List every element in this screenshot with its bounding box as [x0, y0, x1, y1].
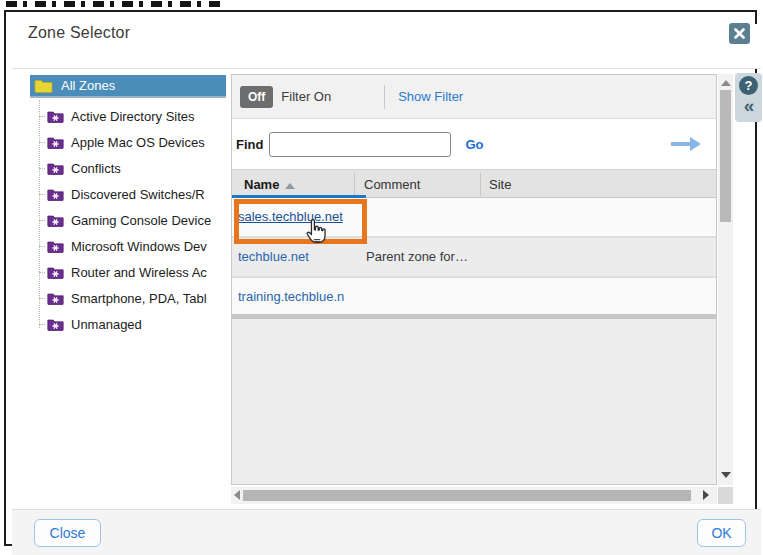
horizontal-scrollbar[interactable] — [231, 487, 717, 504]
tree-item[interactable]: Unmanaged — [30, 313, 226, 335]
table-header: Name Comment Site — [232, 169, 716, 198]
tree-item-label: Active Directory Sites — [71, 109, 195, 124]
purple-folder-asterisk-icon — [47, 214, 64, 227]
scroll-up-arrow[interactable] — [721, 80, 731, 86]
tree-connector-stub — [39, 194, 45, 195]
purple-folder-asterisk-icon — [47, 162, 64, 175]
tree-connector-stub — [39, 220, 45, 221]
filter-bar: Off Filter On Show Filter — [232, 75, 716, 119]
tree-item-label: Discovered Switches/R — [71, 187, 205, 202]
find-label: Find — [236, 137, 263, 152]
collapse-panel-icon[interactable]: « — [740, 95, 758, 117]
tree-item[interactable]: Apple Mac OS Devices — [30, 131, 226, 153]
tree-item[interactable]: Discovered Switches/R — [30, 183, 226, 205]
tree-item-label: Unmanaged — [71, 317, 142, 332]
tree-item-label: Smartphone, PDA, Tabl — [71, 291, 207, 306]
tree-connector-stub — [39, 324, 45, 325]
tree-item[interactable]: Microsoft Windows Dev — [30, 235, 226, 257]
horizontal-scrollbar-thumb[interactable] — [243, 490, 691, 501]
tree-connector-stub — [39, 168, 45, 169]
close-icon — [734, 28, 745, 39]
go-link[interactable]: Go — [465, 137, 483, 152]
tree-connector-stub — [39, 272, 45, 273]
table-row-training[interactable]: training.techblue.n — [232, 278, 716, 314]
column-header-comment[interactable]: Comment — [364, 177, 420, 192]
vertical-scrollbar[interactable] — [718, 74, 733, 485]
column-divider — [354, 173, 355, 196]
rows-end-band — [232, 314, 716, 319]
help-icon[interactable]: ? — [739, 76, 758, 95]
purple-folder-asterisk-icon — [47, 136, 64, 149]
tree-item-label: Router and Wireless Ac — [71, 265, 207, 280]
side-toolbar: ? « — [735, 73, 762, 122]
zone-link-training[interactable]: training.techblue.n — [238, 289, 344, 304]
filter-on-label: Filter On — [281, 89, 331, 104]
zone-link-sales[interactable]: sales.techblue.net — [238, 209, 343, 224]
filter-off-toggle[interactable]: Off — [240, 86, 273, 108]
dialog-title: Zone Selector — [28, 24, 130, 42]
find-input[interactable] — [269, 132, 451, 157]
table-row-sales[interactable]: sales.techblue.net — [232, 198, 716, 236]
tree-item[interactable]: Conflicts — [30, 157, 226, 179]
yellow-folder-icon — [34, 78, 53, 93]
close-button[interactable]: Close — [34, 519, 101, 547]
tree-item[interactable]: Active Directory Sites — [30, 105, 226, 127]
next-arrow-icon[interactable] — [669, 135, 702, 153]
sort-ascending-icon — [285, 183, 295, 189]
tree-item[interactable]: Smartphone, PDA, Tabl — [30, 287, 226, 309]
tree-connector-stub — [39, 116, 45, 117]
zone-list-panel: Off Filter On Show Filter Find Go Name C… — [231, 74, 717, 485]
tree-item[interactable]: Gaming Console Device — [30, 209, 226, 231]
tree-item-label: All Zones — [61, 78, 115, 93]
scroll-down-arrow[interactable] — [721, 472, 731, 478]
find-row: Find Go — [232, 119, 716, 169]
purple-folder-asterisk-icon — [47, 292, 64, 305]
tree-connector-stub — [39, 298, 45, 299]
purple-folder-asterisk-icon — [47, 318, 64, 331]
table-row-techblue[interactable]: techblue.net Parent zone for… — [232, 238, 716, 276]
filter-divider — [384, 85, 385, 109]
purple-folder-asterisk-icon — [47, 110, 64, 123]
sorted-column-underline — [232, 195, 366, 198]
column-header-name[interactable]: Name — [244, 177, 279, 192]
scroll-left-arrow[interactable] — [234, 490, 240, 500]
scrollbar-corner — [718, 487, 733, 504]
zone-selector-dialog: Zone Selector All Zones Active Directory… — [4, 10, 757, 546]
tree-item-label: Microsoft Windows Dev — [71, 239, 207, 254]
tree-item-label: Apple Mac OS Devices — [71, 135, 205, 150]
screen: Zone Selector All Zones Active Directory… — [0, 0, 763, 555]
purple-folder-asterisk-icon — [47, 188, 64, 201]
zone-tree-panel: All Zones Active Directory SitesApple Ma… — [30, 74, 226, 494]
column-header-site[interactable]: Site — [489, 177, 511, 192]
scroll-right-arrow[interactable] — [703, 490, 709, 500]
tree-item-label: Gaming Console Device — [71, 213, 211, 228]
tree-connector-stub — [39, 246, 45, 247]
tree-item[interactable]: Router and Wireless Ac — [30, 261, 226, 283]
ok-button[interactable]: OK — [697, 519, 746, 547]
dialog-close-button[interactable] — [729, 23, 750, 44]
tree-connector-stub — [39, 142, 45, 143]
clipped-background-text — [6, 1, 220, 7]
tree-item-all-zones[interactable]: All Zones — [30, 75, 226, 98]
purple-folder-asterisk-icon — [47, 266, 64, 279]
comment-cell: Parent zone for… — [366, 249, 468, 264]
column-divider — [480, 173, 481, 196]
tree-item-label: Conflicts — [71, 161, 121, 176]
zone-link-techblue[interactable]: techblue.net — [238, 249, 309, 264]
vertical-scrollbar-thumb[interactable] — [720, 90, 731, 222]
show-filter-link[interactable]: Show Filter — [398, 89, 463, 104]
dialog-footer: Close OK — [12, 509, 761, 555]
purple-folder-asterisk-icon — [47, 240, 64, 253]
